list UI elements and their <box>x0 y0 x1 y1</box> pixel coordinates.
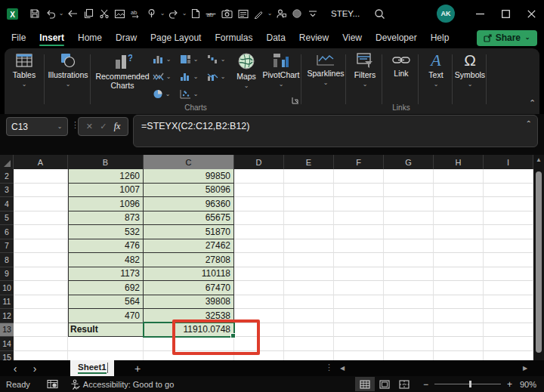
cell-B9[interactable]: 1173 <box>68 267 144 282</box>
collapse-ribbon-icon[interactable]: ⌃ <box>529 98 536 108</box>
column-header-H[interactable]: H <box>434 155 484 169</box>
vertical-scrollbar[interactable]: ▲ <box>533 155 544 360</box>
record-macro-icon[interactable] <box>289 5 304 22</box>
row-header-5[interactable]: 5 <box>0 211 14 226</box>
tab-formulas[interactable]: Formulas <box>208 29 259 48</box>
cell-B3[interactable]: 1007 <box>68 184 144 198</box>
row-header-12[interactable]: 12 <box>0 309 14 323</box>
row-header-2[interactable]: 2 <box>0 169 14 184</box>
zoom-slider-handle[interactable] <box>469 381 471 387</box>
cell-D7[interactable] <box>234 239 284 254</box>
cell-B12[interactable]: 470 <box>68 309 144 323</box>
tab-help[interactable]: Help <box>424 29 456 48</box>
cell-E5[interactable] <box>284 211 334 226</box>
tab-draw[interactable]: Draw <box>109 29 144 48</box>
cell-G2[interactable] <box>384 169 434 184</box>
column-header-F[interactable]: F <box>334 155 384 169</box>
undo-dropdown-icon[interactable]: ⌄ <box>58 11 64 17</box>
cell-H15[interactable] <box>434 351 484 361</box>
column-header-G[interactable]: G <box>384 155 434 169</box>
cell-C7[interactable]: 27462 <box>144 239 234 254</box>
charts-dialog-launcher[interactable] <box>292 97 299 106</box>
cell-E3[interactable] <box>284 184 334 198</box>
cell-G9[interactable] <box>384 267 434 282</box>
cell-B10[interactable]: 692 <box>68 281 144 295</box>
cell-I4[interactable] <box>484 197 533 211</box>
cell-D11[interactable] <box>234 295 284 310</box>
tab-view[interactable]: View <box>335 29 369 48</box>
pie-chart-button[interactable]: ⌄ <box>153 89 171 99</box>
cell-F5[interactable] <box>334 211 384 226</box>
cell-B2[interactable]: 1260 <box>68 169 144 184</box>
cell-I3[interactable] <box>484 184 533 198</box>
cell-I7[interactable] <box>484 239 533 254</box>
ink-icon[interactable] <box>251 5 267 22</box>
macro-record-button[interactable] <box>47 379 58 389</box>
previous-sheet-button[interactable]: ‹ <box>8 360 23 376</box>
cell-A4[interactable] <box>14 197 68 211</box>
cell-F12[interactable] <box>334 309 384 323</box>
cell-F10[interactable] <box>334 281 384 295</box>
cell-H6[interactable] <box>434 225 484 239</box>
cell-H8[interactable] <box>434 253 484 267</box>
tab-page-layout[interactable]: Page Layout <box>144 29 208 48</box>
cell-B13[interactable]: Result <box>68 323 144 338</box>
cell-A8[interactable] <box>14 253 68 267</box>
name-box[interactable]: C13 ⌄ <box>6 117 68 136</box>
link-button[interactable]: Link <box>385 52 418 78</box>
zoom-slider[interactable] <box>434 384 501 384</box>
illustrations-button[interactable]: Illustrations ⌄ <box>47 52 89 88</box>
cell-I5[interactable] <box>484 211 533 226</box>
cell-F7[interactable] <box>334 239 384 254</box>
cell-H2[interactable] <box>434 169 484 184</box>
cell-E9[interactable] <box>284 267 334 282</box>
undo-icon[interactable] <box>42 5 58 22</box>
column-chart-button[interactable]: ⌄ <box>153 54 172 64</box>
ribbon-display-options-icon[interactable] <box>304 5 320 22</box>
cell-I8[interactable] <box>484 253 533 267</box>
text-button[interactable]: A Text ⌄ <box>420 52 452 88</box>
cell-C3[interactable]: 58096 <box>144 184 234 198</box>
cell-I13[interactable] <box>484 323 533 338</box>
cell-G13[interactable] <box>384 323 434 338</box>
cell-A10[interactable] <box>14 281 68 295</box>
maximize-button[interactable] <box>493 0 518 27</box>
accessibility-status[interactable]: Accessibility: Good to go <box>70 379 174 390</box>
insert-function-button[interactable]: fx <box>114 121 121 132</box>
tab-insert[interactable]: Insert <box>32 29 71 48</box>
camera-icon[interactable] <box>219 5 235 22</box>
add-sheet-button[interactable]: + <box>130 360 145 376</box>
form-icon[interactable] <box>235 5 251 22</box>
search-icon[interactable] <box>372 5 388 22</box>
cell-D10[interactable] <box>234 281 284 295</box>
cell-A14[interactable] <box>14 337 68 351</box>
lock-user-icon[interactable] <box>273 5 289 22</box>
cell-B8[interactable]: 482 <box>68 253 144 267</box>
histogram-chart-button[interactable]: ⌄ <box>180 72 199 82</box>
pivotchart-button[interactable]: PivotChart ⌄ <box>260 52 302 88</box>
tab-developer[interactable]: Developer <box>369 29 424 48</box>
cell-D9[interactable] <box>234 267 284 282</box>
tab-home[interactable]: Home <box>71 29 109 48</box>
row-header-8[interactable]: 8 <box>0 253 14 267</box>
redo-icon[interactable] <box>165 5 181 22</box>
cell-H13[interactable] <box>434 323 484 338</box>
redo-dropdown-icon[interactable]: ⌄ <box>181 11 187 17</box>
page-layout-view-button[interactable] <box>375 377 394 391</box>
cell-I2[interactable] <box>484 169 533 184</box>
cell-H3[interactable] <box>434 184 484 198</box>
cell-A9[interactable] <box>14 267 68 282</box>
account-avatar[interactable]: AK <box>437 5 455 23</box>
row-header-6[interactable]: 6 <box>0 225 14 239</box>
row-header-7[interactable]: 7 <box>0 239 14 254</box>
save-icon[interactable] <box>26 5 42 22</box>
cell-B14[interactable] <box>68 337 144 351</box>
zoom-level[interactable]: 90% <box>520 380 536 389</box>
cell-G8[interactable] <box>384 253 434 267</box>
symbols-button[interactable]: Ω Symbols ⌄ <box>453 52 487 88</box>
cell-D8[interactable] <box>234 253 284 267</box>
sparklines-button[interactable]: Sparklines ⌄ <box>305 52 346 86</box>
cell-G4[interactable] <box>384 197 434 211</box>
ink-dropdown-icon[interactable]: ⌄ <box>267 11 273 17</box>
cell-A3[interactable] <box>14 184 68 198</box>
